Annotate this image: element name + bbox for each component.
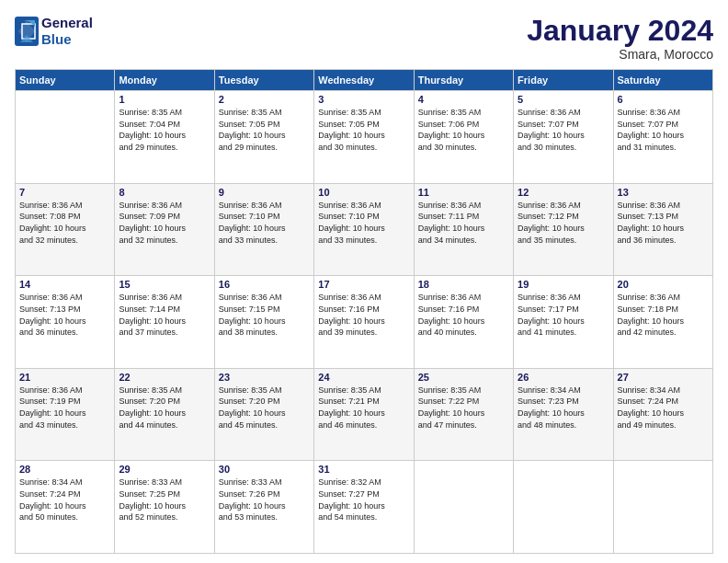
calendar-cell: 27Sunrise: 8:34 AM Sunset: 7:24 PM Dayli… (613, 368, 712, 461)
day-info: Sunrise: 8:35 AM Sunset: 7:22 PM Dayligh… (418, 385, 509, 431)
calendar-cell: 4Sunrise: 8:35 AM Sunset: 7:06 PM Daylig… (414, 91, 513, 184)
day-number: 30 (219, 464, 310, 475)
calendar-cell: 26Sunrise: 8:34 AM Sunset: 7:23 PM Dayli… (514, 368, 613, 461)
day-number: 17 (318, 279, 409, 290)
day-number: 21 (19, 372, 110, 383)
day-info: Sunrise: 8:36 AM Sunset: 7:13 PM Dayligh… (618, 200, 709, 246)
day-info: Sunrise: 8:36 AM Sunset: 7:07 PM Dayligh… (618, 107, 709, 153)
calendar-cell: 16Sunrise: 8:36 AM Sunset: 7:15 PM Dayli… (214, 276, 313, 369)
calendar-cell: 18Sunrise: 8:36 AM Sunset: 7:16 PM Dayli… (414, 276, 513, 369)
day-number: 15 (119, 279, 210, 290)
calendar-cell: 8Sunrise: 8:36 AM Sunset: 7:09 PM Daylig… (115, 183, 214, 276)
calendar-cell: 25Sunrise: 8:35 AM Sunset: 7:22 PM Dayli… (414, 368, 513, 461)
day-info: Sunrise: 8:36 AM Sunset: 7:10 PM Dayligh… (318, 200, 409, 246)
week-row-4: 21Sunrise: 8:36 AM Sunset: 7:19 PM Dayli… (16, 368, 713, 461)
calendar-cell: 3Sunrise: 8:35 AM Sunset: 7:05 PM Daylig… (314, 91, 414, 184)
calendar-cell: 2Sunrise: 8:35 AM Sunset: 7:05 PM Daylig… (214, 91, 313, 184)
week-row-1: 1Sunrise: 8:35 AM Sunset: 7:04 PM Daylig… (16, 91, 713, 184)
day-number: 6 (618, 94, 709, 105)
calendar-cell (514, 461, 613, 554)
calendar-page: General Blue January 2024 Smara, Morocco… (0, 0, 728, 563)
day-number: 11 (418, 187, 509, 198)
day-number: 23 (219, 372, 310, 383)
day-info: Sunrise: 8:36 AM Sunset: 7:17 PM Dayligh… (518, 292, 609, 338)
day-number: 16 (219, 279, 310, 290)
day-number: 8 (119, 187, 210, 198)
day-number: 24 (318, 372, 409, 383)
day-info: Sunrise: 8:35 AM Sunset: 7:05 PM Dayligh… (219, 107, 310, 153)
calendar-cell: 14Sunrise: 8:36 AM Sunset: 7:13 PM Dayli… (16, 276, 115, 369)
day-info: Sunrise: 8:36 AM Sunset: 7:08 PM Dayligh… (19, 200, 110, 246)
weekday-header-wednesday: Wednesday (314, 70, 414, 91)
calendar-cell: 23Sunrise: 8:35 AM Sunset: 7:20 PM Dayli… (214, 368, 313, 461)
day-number: 3 (318, 94, 409, 105)
day-info: Sunrise: 8:36 AM Sunset: 7:11 PM Dayligh… (418, 200, 509, 246)
calendar-cell: 17Sunrise: 8:36 AM Sunset: 7:16 PM Dayli… (314, 276, 414, 369)
day-number: 20 (618, 279, 709, 290)
weekday-header-tuesday: Tuesday (214, 70, 313, 91)
day-number: 31 (318, 464, 409, 475)
calendar-cell: 9Sunrise: 8:36 AM Sunset: 7:10 PM Daylig… (214, 183, 313, 276)
weekday-header-monday: Monday (115, 70, 214, 91)
calendar-cell (16, 91, 115, 184)
day-info: Sunrise: 8:36 AM Sunset: 7:14 PM Dayligh… (119, 292, 210, 338)
day-info: Sunrise: 8:36 AM Sunset: 7:10 PM Dayligh… (219, 200, 310, 246)
calendar-cell (613, 461, 712, 554)
day-number: 27 (618, 372, 709, 383)
calendar-cell: 15Sunrise: 8:36 AM Sunset: 7:14 PM Dayli… (115, 276, 214, 369)
day-number: 14 (19, 279, 110, 290)
calendar-cell: 12Sunrise: 8:36 AM Sunset: 7:12 PM Dayli… (514, 183, 613, 276)
week-row-5: 28Sunrise: 8:34 AM Sunset: 7:24 PM Dayli… (16, 461, 713, 554)
day-info: Sunrise: 8:36 AM Sunset: 7:07 PM Dayligh… (518, 107, 609, 153)
calendar-subtitle: Smara, Morocco (527, 47, 713, 62)
calendar-cell: 22Sunrise: 8:35 AM Sunset: 7:20 PM Dayli… (115, 368, 214, 461)
day-number: 12 (518, 187, 609, 198)
day-info: Sunrise: 8:35 AM Sunset: 7:05 PM Dayligh… (318, 107, 409, 153)
weekday-header-friday: Friday (514, 70, 613, 91)
calendar-cell: 6Sunrise: 8:36 AM Sunset: 7:07 PM Daylig… (613, 91, 712, 184)
day-info: Sunrise: 8:36 AM Sunset: 7:16 PM Dayligh… (418, 292, 509, 338)
title-block: January 2024 Smara, Morocco (527, 15, 713, 62)
weekday-header-saturday: Saturday (613, 70, 712, 91)
day-number: 18 (418, 279, 509, 290)
logo-text: General Blue (41, 15, 93, 48)
day-number: 1 (119, 94, 210, 105)
calendar-cell: 7Sunrise: 8:36 AM Sunset: 7:08 PM Daylig… (16, 183, 115, 276)
day-info: Sunrise: 8:32 AM Sunset: 7:27 PM Dayligh… (318, 477, 409, 523)
day-info: Sunrise: 8:36 AM Sunset: 7:09 PM Dayligh… (119, 200, 210, 246)
day-info: Sunrise: 8:35 AM Sunset: 7:20 PM Dayligh… (119, 385, 210, 431)
day-number: 19 (518, 279, 609, 290)
day-number: 4 (418, 94, 509, 105)
day-number: 2 (219, 94, 310, 105)
calendar-cell: 28Sunrise: 8:34 AM Sunset: 7:24 PM Dayli… (16, 461, 115, 554)
day-info: Sunrise: 8:35 AM Sunset: 7:04 PM Dayligh… (119, 107, 210, 153)
calendar-cell: 21Sunrise: 8:36 AM Sunset: 7:19 PM Dayli… (16, 368, 115, 461)
day-info: Sunrise: 8:36 AM Sunset: 7:12 PM Dayligh… (518, 200, 609, 246)
day-number: 29 (119, 464, 210, 475)
day-info: Sunrise: 8:34 AM Sunset: 7:23 PM Dayligh… (518, 385, 609, 431)
weekday-header-sunday: Sunday (16, 70, 115, 91)
calendar-cell: 30Sunrise: 8:33 AM Sunset: 7:26 PM Dayli… (214, 461, 313, 554)
day-info: Sunrise: 8:35 AM Sunset: 7:20 PM Dayligh… (219, 385, 310, 431)
calendar-table: SundayMondayTuesdayWednesdayThursdayFrid… (15, 69, 713, 554)
day-info: Sunrise: 8:35 AM Sunset: 7:21 PM Dayligh… (318, 385, 409, 431)
day-number: 5 (518, 94, 609, 105)
day-number: 9 (219, 187, 310, 198)
day-number: 25 (418, 372, 509, 383)
calendar-cell: 24Sunrise: 8:35 AM Sunset: 7:21 PM Dayli… (314, 368, 414, 461)
day-info: Sunrise: 8:36 AM Sunset: 7:19 PM Dayligh… (19, 385, 110, 431)
day-number: 26 (518, 372, 609, 383)
weekday-header-row: SundayMondayTuesdayWednesdayThursdayFrid… (16, 70, 713, 91)
calendar-title: January 2024 (527, 15, 713, 47)
day-number: 28 (19, 464, 110, 475)
calendar-cell: 31Sunrise: 8:32 AM Sunset: 7:27 PM Dayli… (314, 461, 414, 554)
day-info: Sunrise: 8:33 AM Sunset: 7:25 PM Dayligh… (119, 477, 210, 523)
day-number: 10 (318, 187, 409, 198)
day-number: 7 (19, 187, 110, 198)
week-row-3: 14Sunrise: 8:36 AM Sunset: 7:13 PM Dayli… (16, 276, 713, 369)
day-info: Sunrise: 8:36 AM Sunset: 7:15 PM Dayligh… (219, 292, 310, 338)
day-info: Sunrise: 8:33 AM Sunset: 7:26 PM Dayligh… (219, 477, 310, 523)
day-info: Sunrise: 8:36 AM Sunset: 7:18 PM Dayligh… (618, 292, 709, 338)
header: General Blue January 2024 Smara, Morocco (15, 15, 713, 62)
calendar-cell (414, 461, 513, 554)
